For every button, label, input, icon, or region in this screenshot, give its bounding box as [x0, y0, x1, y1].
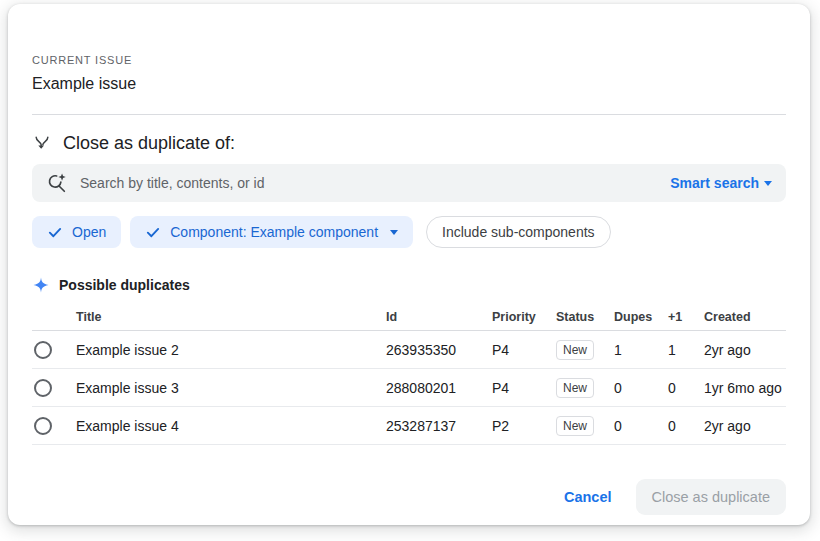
current-issue-label: CURRENT ISSUE: [32, 54, 786, 66]
close-as-duplicate-dialog: CURRENT ISSUE Example issue Close as dup…: [8, 4, 810, 525]
table-row[interactable]: Example issue 4 253287137 P2 New 0 0 2yr…: [32, 407, 786, 445]
cell-dupes: 0: [614, 380, 668, 396]
cell-dupes: 0: [614, 418, 668, 434]
chip-component-label: Component: Example component: [170, 224, 378, 240]
duplicates-table: Title Id Priority Status Dupes +1 Create…: [32, 303, 786, 445]
row-radio-button[interactable]: [34, 417, 52, 435]
col-header-id: Id: [386, 310, 492, 324]
check-icon: [47, 224, 63, 240]
cell-plus-one: 0: [668, 380, 704, 396]
cell-priority: P4: [492, 342, 556, 358]
col-header-created: Created: [704, 310, 786, 324]
cell-priority: P2: [492, 418, 556, 434]
possible-duplicates-label: Possible duplicates: [59, 277, 190, 293]
table-header-row: Title Id Priority Status Dupes +1 Create…: [32, 303, 786, 331]
status-badge: New: [556, 416, 594, 436]
cell-created: 1yr 6mo ago: [704, 380, 786, 396]
filter-chip-open[interactable]: Open: [32, 216, 121, 248]
table-row[interactable]: Example issue 3 288080201 P4 New 0 0 1yr…: [32, 369, 786, 407]
cell-id: 253287137: [386, 418, 492, 434]
cell-id: 263935350: [386, 342, 492, 358]
cell-title: Example issue 4: [76, 418, 386, 434]
section-title: Close as duplicate of:: [63, 133, 235, 154]
status-badge: New: [556, 378, 594, 398]
section-header: Close as duplicate of:: [32, 133, 786, 154]
cell-title: Example issue 2: [76, 342, 386, 358]
col-header-plus-one: +1: [668, 310, 704, 324]
col-header-title: Title: [76, 310, 386, 324]
smart-search-dropdown[interactable]: Smart search: [670, 175, 772, 191]
possible-duplicates-header: Possible duplicates: [32, 276, 786, 294]
row-radio-button[interactable]: [34, 379, 52, 397]
search-input[interactable]: [80, 175, 658, 191]
cell-dupes: 1: [614, 342, 668, 358]
cell-created: 2yr ago: [704, 342, 786, 358]
include-subcomponents-toggle[interactable]: Include sub-components: [426, 216, 611, 248]
cell-priority: P4: [492, 380, 556, 396]
divider: [32, 114, 786, 115]
close-as-duplicate-button[interactable]: Close as duplicate: [636, 479, 787, 515]
cell-plus-one: 0: [668, 418, 704, 434]
cancel-button[interactable]: Cancel: [552, 481, 624, 513]
current-issue-title: Example issue: [32, 75, 786, 93]
merge-icon: [32, 134, 52, 154]
include-subcomponents-label: Include sub-components: [442, 224, 595, 240]
chevron-down-icon: [764, 181, 772, 186]
dialog-footer: Cancel Close as duplicate: [32, 479, 786, 515]
col-header-status: Status: [556, 310, 614, 324]
cell-plus-one: 1: [668, 342, 704, 358]
cell-id: 288080201: [386, 380, 492, 396]
col-header-priority: Priority: [492, 310, 556, 324]
col-header-dupes: Dupes: [614, 310, 668, 324]
cell-title: Example issue 3: [76, 380, 386, 396]
filter-chips-row: Open Component: Example component Includ…: [32, 216, 786, 248]
cell-created: 2yr ago: [704, 418, 786, 434]
status-badge: New: [556, 340, 594, 360]
row-radio-button[interactable]: [34, 341, 52, 359]
sparkle-icon: [32, 276, 50, 294]
filter-chip-component[interactable]: Component: Example component: [130, 216, 413, 248]
check-icon: [145, 224, 161, 240]
table-row[interactable]: Example issue 2 263935350 P4 New 1 1 2yr…: [32, 331, 786, 369]
duplicate-search-bar[interactable]: Smart search: [32, 164, 786, 202]
chip-open-label: Open: [72, 224, 106, 240]
chevron-down-icon: [390, 230, 398, 235]
smart-search-icon: [46, 172, 68, 194]
smart-search-label: Smart search: [670, 175, 759, 191]
